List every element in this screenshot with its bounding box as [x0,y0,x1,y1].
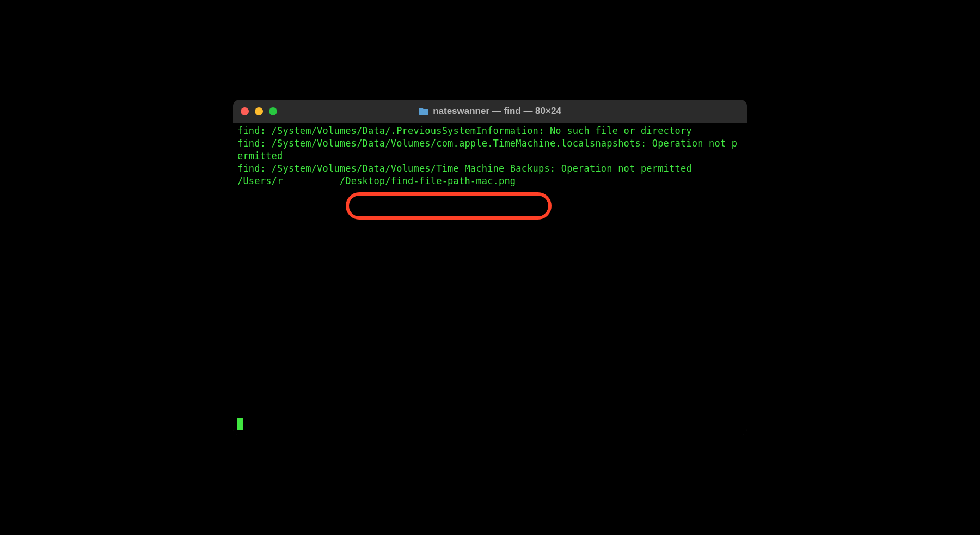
title-bar[interactable]: nateswanner — find — 80×24 [233,100,747,123]
maximize-button[interactable] [269,107,277,115]
terminal-cursor [237,418,243,430]
terminal-output-line: find: /System/Volumes/Data/.PreviousSyst… [237,125,743,137]
terminal-output-line: find: /System/Volumes/Data/Volumes/com.a… [237,137,743,162]
highlight-annotation [346,192,552,220]
terminal-body[interactable]: find: /System/Volumes/Data/.PreviousSyst… [233,123,747,435]
traffic-lights [241,107,277,115]
window-title-text: nateswanner — find — 80×24 [433,106,561,117]
terminal-output-line: find: /System/Volumes/Data/Volumes/Time … [237,162,743,175]
window-title: nateswanner — find — 80×24 [419,106,561,117]
cursor-area [237,417,243,430]
terminal-output-line: /Users/r /Desktop/find-file-path-mac.png [237,175,743,187]
terminal-window: nateswanner — find — 80×24 find: /System… [233,100,747,435]
close-button[interactable] [241,107,249,115]
minimize-button[interactable] [255,107,263,115]
folder-icon [419,107,428,115]
